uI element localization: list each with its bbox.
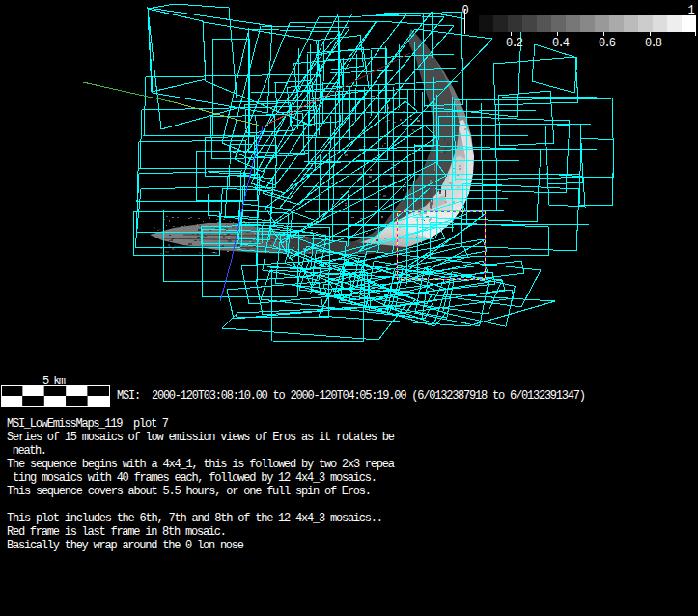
svg-text:MSI_LowEmissMaps_119 plot 7: MSI_LowEmissMaps_119 plot 7: [7, 417, 169, 431]
svg-text:Red frame is last frame in 8th: Red frame is last frame in 8th mosaic.: [7, 525, 227, 539]
svg-text:neath.: neath.: [7, 444, 47, 458]
svg-text:0.6: 0.6: [599, 37, 616, 50]
svg-text:This sequence covers about 5.5: This sequence covers about 5.5 hours, or…: [7, 485, 372, 498]
svg-text:This plot includes the 6th, 7t: This plot includes the 6th, 7th and 8th …: [7, 512, 383, 525]
svg-text:ting mosaics with 40 frames ea: ting mosaics with 40 frames each, follow…: [7, 471, 377, 485]
svg-text:Basically they wrap around the: Basically they wrap around the 0 lon nos…: [7, 539, 244, 552]
svg-text:0.8: 0.8: [645, 37, 662, 50]
svg-text:0: 0: [461, 4, 468, 17]
svg-text:5 km: 5 km: [42, 375, 66, 388]
svg-text:The sequence begins with a 4x4: The sequence begins with a 4x4_1, this i…: [7, 458, 395, 471]
svg-text:1: 1: [687, 4, 694, 17]
svg-text:0.2: 0.2: [506, 37, 523, 50]
svg-text:Series of 15 mosaics of low em: Series of 15 mosaics of low emission vie…: [7, 431, 395, 444]
svg-text:0.4: 0.4: [552, 37, 570, 50]
svg-text:MSI: 2000-120T03:08:10.00 to: MSI: 2000-120T03:08:10.00 to 2000-120T04…: [117, 389, 586, 403]
